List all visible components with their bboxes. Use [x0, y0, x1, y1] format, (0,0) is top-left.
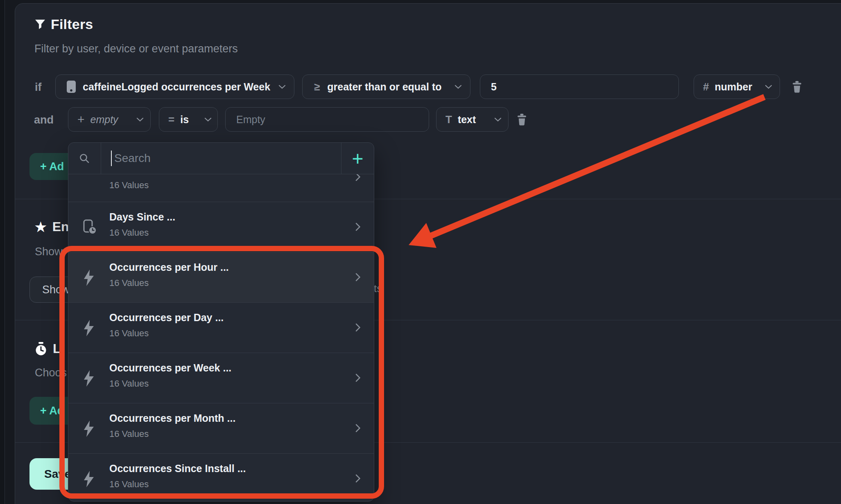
- search-input-wrap: [101, 143, 341, 174]
- lightning-icon: [83, 270, 95, 286]
- list-item-days-since[interactable]: Days Since ... 16 Values: [68, 202, 374, 252]
- section-heading-text: L: [53, 341, 61, 356]
- chevron-down-icon: [204, 117, 212, 122]
- text-cursor: [111, 151, 112, 166]
- dropdown-search-bar: +: [68, 143, 374, 174]
- stopwatch-icon: [35, 342, 47, 356]
- rule2-type-dropdown[interactable]: T text: [436, 107, 509, 132]
- list-item-occurrences-since-install[interactable]: Occurrences Since Install ... 16 Values: [68, 454, 374, 502]
- trash-icon: [517, 114, 527, 126]
- chevron-right-icon: [355, 374, 361, 382]
- star-icon: ★: [35, 220, 47, 234]
- equals-icon: =: [168, 113, 174, 126]
- device-icon: [66, 80, 76, 93]
- list-item-subtitle: 16 Values: [109, 278, 149, 288]
- chevron-right-icon: [355, 323, 361, 332]
- chevron-right-icon: [355, 474, 361, 483]
- list-item-occurrences-per-day[interactable]: Occurrences per Day ... 16 Values: [68, 303, 374, 353]
- gte-icon: ≥: [314, 81, 320, 93]
- device-clock-icon: [83, 219, 97, 235]
- section-heading-text: En: [52, 219, 69, 234]
- list-item-title: Occurrences per Hour ...: [109, 261, 229, 273]
- chevron-right-icon: [355, 174, 361, 181]
- list-item-occurrences-per-week[interactable]: Occurrences per Week ... 16 Values: [68, 353, 374, 403]
- rule1-operator-dropdown[interactable]: ≥ greater than or equal to: [302, 74, 470, 99]
- trash-icon: [792, 81, 802, 93]
- rule2-value-input[interactable]: [225, 107, 429, 132]
- lightning-icon: [83, 320, 95, 336]
- lightning-icon: [83, 370, 95, 387]
- list-item-title: Occurrences per Day ...: [109, 312, 224, 324]
- chevron-down-icon: [454, 85, 462, 89]
- section-subtext: Show: [35, 245, 63, 258]
- lightning-icon: [83, 421, 95, 437]
- chevron-down-icon: [494, 117, 502, 122]
- list-item-subtitle: 16 Values: [109, 328, 149, 339]
- chevron-right-icon: [355, 424, 361, 432]
- rule1-value-input[interactable]: [480, 74, 679, 99]
- rule2-field-label: empty: [90, 114, 118, 126]
- rule2-operator-dropdown[interactable]: = is: [159, 107, 218, 132]
- section-subtext: Choos: [35, 367, 67, 379]
- rule1-prefix-label: if: [35, 81, 42, 94]
- list-item-subtitle: 16 Values: [109, 227, 149, 238]
- chevron-down-icon: [136, 117, 144, 122]
- search-icon-cell: [68, 143, 101, 174]
- list-item-title: Days Since ...: [109, 211, 175, 223]
- obscured-text-fragment: ts: [374, 282, 382, 295]
- list-item-occurrences-per-month[interactable]: Occurrences per Month ... 16 Values: [68, 403, 374, 454]
- chevron-right-icon: [355, 273, 361, 281]
- list-item-occurrences-per-hour[interactable]: Occurrences per Hour ... 16 Values: [68, 252, 374, 303]
- rule2-type-label: text: [458, 114, 476, 126]
- rule1-type-dropdown[interactable]: # number: [694, 74, 780, 99]
- search-input[interactable]: [113, 151, 341, 165]
- section-heading-engagement: ★ En: [35, 219, 69, 234]
- page-subtitle: Filter by user, device or event paramete…: [34, 43, 238, 55]
- number-type-icon: #: [703, 81, 709, 93]
- list-item-partial[interactable]: 16 Values: [68, 174, 374, 202]
- rule1-delete-button[interactable]: [792, 81, 802, 93]
- add-new-property-button[interactable]: +: [341, 143, 374, 174]
- search-icon: [79, 153, 90, 164]
- list-item-subtitle: 16 Values: [109, 378, 149, 389]
- filter-funnel-icon: [34, 19, 46, 30]
- rule1-field-label: caffeineLogged occurrences per Week: [83, 81, 270, 93]
- plus-icon: +: [77, 112, 85, 126]
- chevron-down-icon: [278, 85, 286, 89]
- outer-gutter: [0, 0, 5, 504]
- rule1-operator-label: greater than or equal to: [327, 81, 441, 93]
- page-title: Filters: [51, 16, 93, 32]
- field-picker-dropdown: + 16 Values Days Since ... 16 Values Occ…: [68, 142, 374, 502]
- list-item-title: Occurrences per Week ...: [109, 362, 231, 374]
- rule2-prefix-label: and: [34, 114, 54, 126]
- rule2-operator-label: is: [180, 114, 189, 126]
- list-item-title: Occurrences Since Install ...: [109, 463, 246, 475]
- chevron-right-icon: [355, 223, 361, 231]
- list-item-title: Occurrences per Month ...: [109, 412, 235, 424]
- list-item-subtitle: 16 Values: [109, 180, 149, 191]
- list-item-subtitle: 16 Values: [109, 429, 149, 439]
- app-canvas: { "colors": { "accent_teal": "#55e8cf", …: [0, 0, 841, 504]
- text-type-icon: T: [445, 113, 452, 126]
- rule1-type-label: number: [714, 81, 752, 93]
- chevron-down-icon: [765, 85, 772, 89]
- rule1-field-dropdown[interactable]: caffeineLogged occurrences per Week: [55, 74, 294, 99]
- outer-edge-line: [5, 0, 5, 504]
- section-heading-limit: L: [35, 341, 61, 356]
- list-item-subtitle: 16 Values: [109, 479, 149, 490]
- rule2-field-dropdown[interactable]: + empty: [68, 107, 151, 132]
- lightning-icon: [83, 471, 95, 487]
- rule2-delete-button[interactable]: [517, 114, 527, 126]
